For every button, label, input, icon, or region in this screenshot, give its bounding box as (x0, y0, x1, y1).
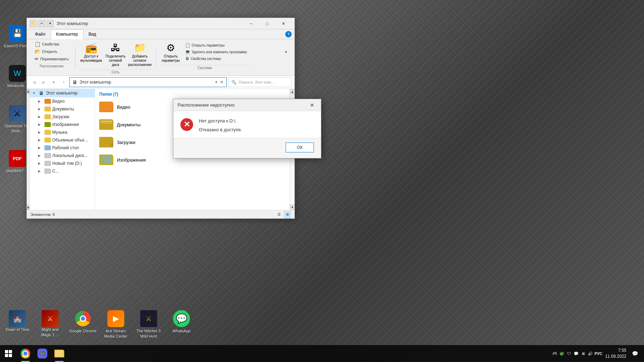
tray-discord-icon[interactable]: 🎮 (552, 351, 558, 356)
recent-btn[interactable]: ▼ (49, 78, 58, 86)
disk-icon-new-vol (44, 161, 51, 166)
window-controls: ─ □ ✕ (243, 18, 292, 29)
sidebar-item-other[interactable]: ▶ С... (30, 167, 95, 175)
taskbar-clock[interactable]: 7:55 11.09.2022 (605, 348, 626, 360)
tray-icon-2[interactable]: 🛡 (566, 351, 572, 356)
media-access-btn[interactable]: 📻 Доступ к мультимедиа (80, 41, 103, 64)
expand-arrow-desktop: ▶ (38, 146, 43, 150)
tab-file[interactable]: Файл (30, 29, 51, 39)
desktop-icon-tower[interactable]: 🏰 Tower of Time (2, 308, 33, 341)
dialog-titlebar: Расположение недоступно ✕ (173, 99, 321, 111)
tower-app-icon: 🏰 (9, 310, 26, 327)
sidebar-scrollbar[interactable]: ▲ ▼ (27, 89, 30, 210)
expand-arrow-downloads: ▶ (38, 115, 43, 119)
folder-downloads-label: Загрузки (117, 140, 135, 145)
rename-btn[interactable]: ✏ Переименовать (32, 55, 71, 62)
management-btn[interactable]: 🖥 Свойства системы (183, 55, 249, 62)
open-btn[interactable]: 📂 Открыть (32, 48, 71, 55)
tray-icon-3[interactable]: 💬 (573, 351, 579, 356)
windscribe-label: Windscrib... (7, 83, 27, 88)
content-scroll-down[interactable]: ▼ (290, 204, 294, 210)
expand-arrow-local: ▶ (38, 154, 43, 157)
taskbar-discord[interactable]: 🎮 (34, 345, 51, 362)
desktop-icon-acestream[interactable]: ▶ Ace Stream Media Center (100, 308, 131, 341)
close-btn[interactable]: ✕ (275, 18, 292, 29)
back-btn[interactable]: ◀ (30, 78, 38, 86)
open-settings-btn[interactable]: ⚙ Открыть параметры (160, 41, 181, 64)
desktop-icon-witcher[interactable]: ⚔ The Witcher 3 Wild Hunt (133, 308, 164, 341)
acestream-app-icon: ▶ (107, 310, 124, 327)
dialog-sub-message: Отказано в доступе. (199, 127, 314, 132)
sidebar-item-video[interactable]: ▶ Видео (30, 97, 95, 105)
tray-monitor-icon[interactable]: 🖥 (580, 351, 586, 356)
desktop-icon-whatsapp[interactable]: 💬 WhatsApp (166, 308, 197, 341)
window-title-icons: 📁 ↩ ▼ (30, 20, 54, 27)
witcher-label: The Witcher 3 Wild Hunt (135, 328, 163, 339)
list-view-btn[interactable]: ☰ (275, 211, 282, 218)
quick-access-btn[interactable]: 📁 (30, 20, 37, 27)
address-input[interactable]: 🖥 Этот компьютер ▼ ✕ (69, 77, 227, 87)
tab-view[interactable]: Вид (83, 29, 102, 39)
window-title-text: Этот компьютер (56, 21, 243, 26)
folder-icon-downloads: ↓ (44, 114, 51, 119)
tray-volume-icon[interactable]: 🔊 (588, 351, 593, 356)
dialog-ok-button[interactable]: ОК (286, 143, 314, 152)
content-scroll-up[interactable]: ▲ (290, 89, 294, 95)
whatsapp-label: WhatsApp (173, 328, 191, 333)
grid-view-btn[interactable]: ⊞ (284, 211, 291, 218)
status-bar: Элементов: 9 ☰ ⊞ (27, 210, 294, 218)
section-header-folders: Папки (7) (95, 89, 290, 98)
sidebar-item-downloads[interactable]: ▶ ↓ Загрузки (30, 113, 95, 121)
taskbar-discord-icon: 🎮 (37, 349, 47, 358)
whatsapp-app-icon: 💬 (173, 310, 190, 327)
windscribe-app-icon: W (9, 65, 26, 82)
sidebar-item-local-disk[interactable]: ▶ Локальный диск... (30, 152, 95, 159)
sidebar-item-desktop[interactable]: ▶ Рабочий стол (30, 144, 95, 152)
scroll-up-btn[interactable]: ▲ (27, 89, 30, 94)
help-btn[interactable]: ? (285, 31, 292, 37)
language-indicator[interactable]: РУС (595, 351, 602, 356)
desktop-icon-chrome[interactable]: Google Chrome (67, 308, 99, 341)
easeus-app-icon: 💾 (9, 25, 26, 42)
расположение-label: Расположение (32, 63, 71, 68)
uninstall-btn[interactable]: 📋 Открыть параметры (183, 42, 249, 48)
minimize-btn[interactable]: ─ (243, 18, 259, 29)
notification-btn[interactable]: 💬 (629, 348, 640, 359)
expand-arrow: ▼ (32, 91, 37, 95)
desktop-icon-might[interactable]: ⚔ Might and Magic 1 ... (35, 308, 66, 341)
folder-icon-3d (44, 138, 51, 143)
search-box[interactable]: 🔍 Поиск в: Этот ком... (228, 77, 292, 87)
error-dialog: Расположение недоступно ✕ ✕ Нет доступа … (173, 99, 321, 158)
ribbon-collapse-btn[interactable]: ▲ (283, 41, 289, 62)
start-button[interactable] (0, 345, 17, 362)
undo-btn[interactable]: ↩ (38, 20, 45, 27)
add-network-btn[interactable]: 📁 Добавить сетевое расположение (129, 41, 151, 68)
tray-icon-1[interactable]: 🐲 (559, 351, 565, 356)
sidebar-item-new-vol[interactable]: ▶ Новый том (D:) (30, 159, 95, 167)
forward-btn[interactable]: ▶ (40, 78, 48, 86)
expand-arrow-docs: ▶ (38, 107, 43, 111)
sidebar-item-3d[interactable]: ▶ Объемные объе... (30, 136, 95, 144)
pdf-app-icon: PDF (9, 150, 26, 167)
sidebar-item-images[interactable]: ▶ Изображения (30, 121, 95, 128)
dialog-close-btn[interactable]: ✕ (308, 101, 317, 110)
desktop: 📁 ↩ ▼ Этот компьютер ─ □ ✕ Файл Компьюте… (0, 0, 644, 362)
down-btn[interactable]: ▼ (47, 20, 54, 27)
chrome-label: Google Chrome (69, 328, 97, 333)
windows-icon (5, 350, 12, 357)
taskbar-chrome[interactable] (17, 345, 34, 362)
properties-btn[interactable]: 📋 Свойства (32, 41, 71, 48)
up-btn[interactable]: ↑ (59, 78, 68, 86)
system-props-btn[interactable]: 💻 Удалить или изменить программу (183, 49, 249, 55)
taskbar: 🎮 🎮 🐲 🛡 💬 🖥 🔊 РУС 7: (0, 345, 644, 362)
item-count: Элементов: 9 (30, 212, 55, 217)
scroll-down-btn[interactable]: ▼ (27, 205, 30, 210)
taskbar-explorer[interactable] (51, 345, 68, 362)
operencia-app-icon: ⚔ (9, 105, 26, 122)
sidebar-item-music[interactable]: ▶ Музыка (30, 128, 95, 136)
connect-drive-btn[interactable]: 🖧 Подключить сетевой диск (104, 41, 127, 68)
maximize-btn[interactable]: □ (259, 18, 275, 29)
tab-computer[interactable]: Компьютер (51, 29, 83, 39)
sidebar-item-documents[interactable]: ▶ Документы (30, 105, 95, 113)
sidebar-item-this-pc[interactable]: ▼ 🖥 Этот компьютер (30, 89, 95, 97)
